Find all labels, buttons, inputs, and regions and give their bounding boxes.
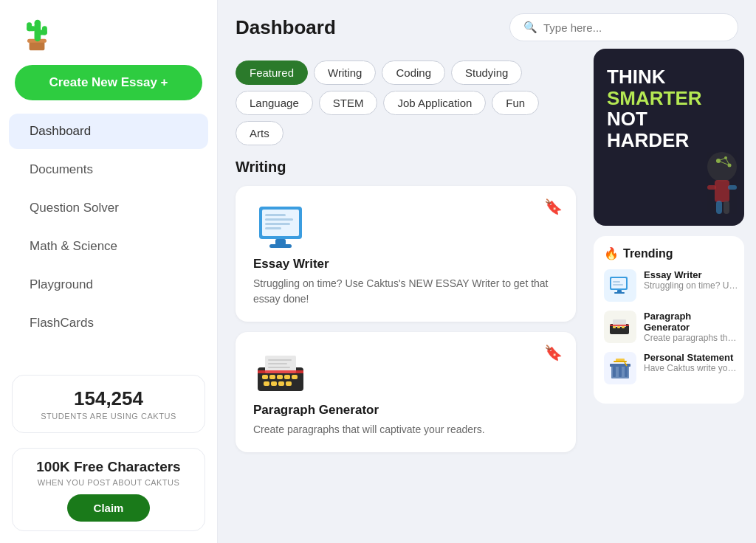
tag-studying[interactable]: Studying [451,60,522,85]
trending-item-1[interactable]: Paragraph Generator Create paragraphs th… [604,311,734,343]
svg-rect-16 [269,244,292,248]
trending-info-1: Paragraph Generator Create paragraphs th… [644,311,740,343]
trending-info-0: Essay Writer Struggling on time? Use C [644,269,740,291]
center-panel: Featured Writing Coding Studying Languag… [218,49,594,543]
promo-banner-line3: NOT [607,108,731,130]
svg-rect-47 [613,284,623,286]
stats-number: 154,254 [24,387,193,410]
svg-rect-55 [610,325,629,326]
svg-rect-45 [611,278,626,288]
trending-personal-icon [608,356,632,380]
svg-rect-53 [617,326,620,328]
svg-rect-58 [613,367,616,377]
paragraph-generator-card[interactable]: 🔖 [236,332,576,452]
svg-rect-24 [277,375,283,379]
tag-featured[interactable]: Featured [236,60,308,85]
nav-menu: Dashboard Documents Question Solver Math… [0,109,217,367]
svg-rect-30 [286,381,292,386]
filter-tags: Featured Writing Coding Studying Languag… [236,60,576,145]
trending-name-2: Personal Statement [644,352,740,363]
svg-point-32 [707,152,737,181]
sidebar: Create New Essay + Dashboard Documents Q… [0,0,218,543]
tag-fun[interactable]: Fun [492,91,539,115]
tag-job-application[interactable]: Job Application [383,91,486,115]
cactus-logo [18,13,56,52]
trending-header: 🔥 Trending [604,246,734,260]
svg-rect-37 [724,201,729,214]
sidebar-item-question-solver[interactable]: Question Solver [9,190,208,226]
promo-title: 100K Free Characters [24,459,193,475]
right-panel: THINK SMARTER NOT HARDER [594,49,756,543]
svg-rect-46 [613,281,620,283]
svg-rect-34 [707,185,716,190]
svg-rect-31 [258,370,303,373]
svg-rect-12 [265,218,293,221]
svg-rect-21 [268,367,290,368]
svg-rect-25 [284,375,290,379]
svg-rect-13 [265,223,290,225]
svg-rect-59 [619,367,622,377]
svg-rect-27 [264,381,269,386]
trending-name-1: Paragraph Generator [644,311,740,333]
essay-writer-card[interactable]: 🔖 Essay Write [236,186,576,322]
cards-list: 🔖 Essay Write [236,186,576,452]
tag-arts[interactable]: Arts [236,121,284,145]
bookmark-icon-paragraph[interactable]: 🔖 [544,344,563,362]
svg-rect-49 [614,292,625,294]
tag-language[interactable]: Language [236,91,313,115]
svg-rect-60 [625,367,628,377]
trending-desc-2: Have Caktus write your p [644,363,740,373]
trending-paragraph-icon [608,317,632,337]
essay-writer-illustration [253,204,312,254]
promo-banner: THINK SMARTER NOT HARDER [594,49,744,226]
svg-rect-52 [613,326,616,328]
svg-rect-62 [614,361,627,362]
page-title: Dashboard [236,16,336,39]
svg-rect-23 [269,375,275,379]
svg-rect-36 [716,201,722,214]
claim-button[interactable]: Claim [67,494,151,522]
create-essay-button[interactable]: Create New Essay + [15,65,202,100]
essay-writer-name: Essay Writer [253,257,558,272]
svg-rect-14 [265,227,281,229]
top-bar: Dashboard 🔍 [218,0,756,49]
banner-illustration [678,145,744,226]
trending-essay-icon [608,275,632,296]
svg-rect-19 [268,359,292,361]
paragraph-generator-desc: Create paragraphs that will captivate yo… [253,422,558,437]
promo-subtitle: WHEN YOU POST ABOUT CAKTUS [24,478,193,487]
svg-rect-11 [265,214,286,216]
bookmark-icon-essay[interactable]: 🔖 [544,198,563,215]
trending-section: 🔥 Trending [594,236,744,404]
svg-rect-4 [27,22,32,31]
sidebar-item-documents[interactable]: Documents [9,152,208,187]
trending-name-0: Essay Writer [644,269,740,280]
stats-label: STUDENTS ARE USING CAKTUS [24,412,193,421]
paragraph-generator-name: Paragraph Generator [253,403,558,418]
search-input[interactable] [543,21,724,34]
tag-stem[interactable]: STEM [319,91,378,115]
trending-label: Trending [623,247,673,260]
trending-thumb-1 [604,311,636,343]
stats-box: 154,254 STUDENTS ARE USING CAKTUS [12,375,205,433]
trending-item-2[interactable]: Personal Statement Have Caktus write you… [604,352,734,384]
trending-item-0[interactable]: Essay Writer Struggling on time? Use C [604,269,734,302]
search-bar[interactable]: 🔍 [509,13,738,41]
writing-section-title: Writing [236,159,576,176]
promo-banner-line1: THINK [607,66,731,88]
trending-info-2: Personal Statement Have Caktus write you… [644,352,740,373]
sidebar-item-math-science[interactable]: Math & Science [9,229,208,264]
svg-rect-33 [715,180,729,202]
sidebar-item-dashboard[interactable]: Dashboard [9,114,208,149]
tag-writing[interactable]: Writing [314,60,376,85]
trending-desc-1: Create paragraphs that w [644,333,740,343]
sidebar-item-flashcards[interactable]: FlashCards [9,305,208,341]
tag-coding[interactable]: Coding [382,60,445,85]
sidebar-item-playground[interactable]: Playground [9,267,208,302]
svg-rect-22 [262,375,268,379]
svg-rect-29 [278,381,284,386]
svg-line-7 [32,23,34,25]
svg-rect-15 [275,239,286,245]
svg-rect-6 [42,26,47,35]
svg-rect-20 [268,363,287,364]
